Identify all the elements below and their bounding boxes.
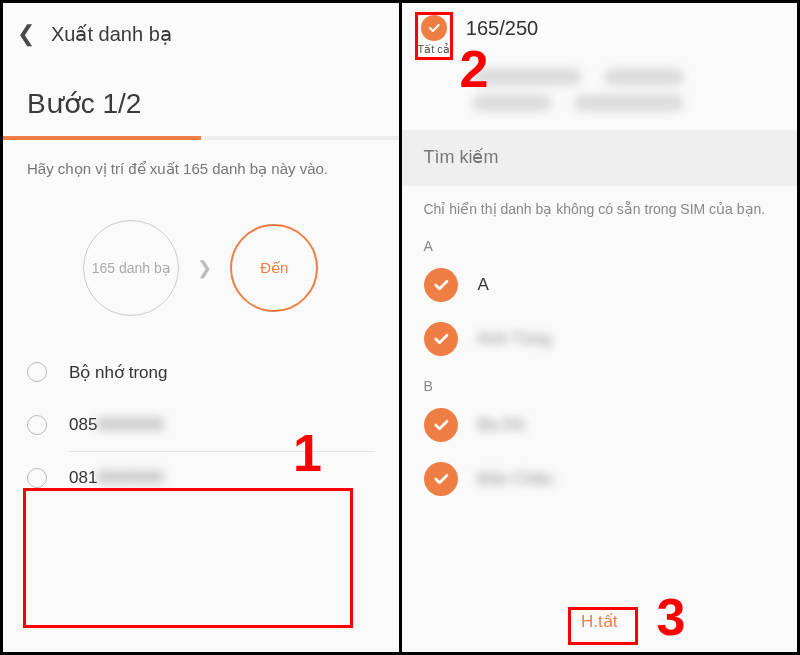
chip-blurred	[472, 68, 582, 86]
option-prefix: 085	[69, 415, 97, 434]
instruction-text: Hãy chọn vị trí để xuất 165 danh bạ này …	[3, 140, 399, 180]
search-placeholder: Tìm kiếm	[424, 147, 499, 167]
option-label: 0850000000	[69, 415, 164, 435]
selection-header: Tất cả 165/250	[402, 3, 798, 64]
selection-count: 165/250	[466, 17, 538, 40]
radio-icon	[27, 415, 47, 435]
search-field[interactable]: Tìm kiếm	[402, 130, 798, 186]
radio-icon	[27, 468, 47, 488]
contact-row[interactable]: Anh Tùng	[402, 312, 798, 366]
check-icon	[424, 268, 458, 302]
chip-row	[402, 90, 798, 116]
sim-note: Chỉ hiển thị danh bạ không có sẵn trong …	[402, 186, 798, 226]
back-icon[interactable]: ❮	[17, 21, 35, 47]
section-header-b: B	[402, 366, 798, 398]
option-blurred: 0000000	[97, 468, 163, 488]
option-prefix: 081	[69, 468, 97, 487]
contact-row[interactable]: A	[402, 258, 798, 312]
option-blurred: 0000000	[97, 415, 163, 435]
page-title: Xuất danh bạ	[51, 22, 172, 46]
chip-blurred	[574, 94, 684, 112]
radio-icon	[27, 362, 47, 382]
destination-circle[interactable]: Đến	[230, 224, 318, 312]
check-icon	[421, 15, 447, 41]
contact-name: Anh Tùng	[478, 329, 551, 349]
done-button[interactable]: H.tất	[569, 605, 629, 638]
progress-fill	[3, 136, 201, 140]
destination-options: Bộ nhớ trong 0850000000 0810000000	[3, 346, 399, 504]
source-circle: 165 danh bạ	[83, 220, 179, 316]
contact-name: Ba Dũ	[478, 415, 525, 435]
option-sim-1[interactable]: 0850000000	[27, 399, 375, 451]
contact-select-panel: Tất cả 165/250 Tìm kiếm Chỉ hiển thị dan…	[402, 3, 798, 652]
select-all-toggle[interactable]: Tất cả	[418, 15, 450, 56]
header: ❮ Xuất danh bạ	[3, 3, 399, 57]
section-header-a: A	[402, 226, 798, 258]
option-sim-2[interactable]: 0810000000	[27, 452, 375, 504]
export-step-panel: ❮ Xuất danh bạ Bước 1/2 Hãy chọn vị trí …	[3, 3, 402, 652]
contact-name: Bảo Châu	[478, 468, 554, 489]
contact-row[interactable]: Bảo Châu	[402, 452, 798, 506]
chip-row	[402, 64, 798, 90]
annotation-box-1	[23, 488, 353, 628]
step-label: Bước 1/2	[3, 57, 399, 126]
option-label: 0810000000	[69, 468, 164, 488]
contact-row[interactable]: Ba Dũ	[402, 398, 798, 452]
chip-blurred	[604, 68, 684, 86]
chip-blurred	[472, 94, 552, 112]
annotation-number-3: 3	[657, 587, 686, 647]
check-icon	[424, 322, 458, 356]
option-label: Bộ nhớ trong	[69, 362, 167, 383]
contact-name: A	[478, 275, 489, 295]
select-all-label: Tất cả	[418, 43, 450, 56]
check-icon	[424, 462, 458, 496]
flow-diagram: 165 danh bạ ❯ Đến	[3, 180, 399, 346]
progress-bar	[3, 136, 399, 140]
chevron-right-icon: ❯	[197, 257, 212, 279]
option-internal-storage[interactable]: Bộ nhớ trong	[27, 346, 375, 399]
check-icon	[424, 408, 458, 442]
